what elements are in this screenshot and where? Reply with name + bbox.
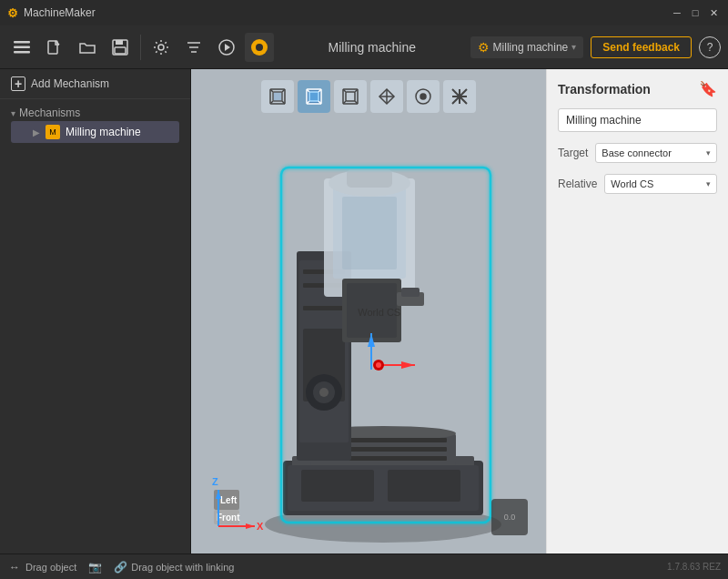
svg-rect-47 bbox=[388, 470, 460, 502]
tree-item-label: Milling machine bbox=[66, 126, 141, 138]
tree-section: ▾ Mechanisms ▶ M Milling machine bbox=[0, 99, 190, 148]
toolbar-right: ⚙ Milling machine ▾ Send feedback ? bbox=[470, 36, 721, 58]
toolbar: Milling machine ⚙ Milling machine ▾ Send… bbox=[0, 25, 728, 69]
cross-view-btn[interactable] bbox=[443, 80, 476, 113]
svg-rect-68 bbox=[347, 283, 397, 338]
filter-button[interactable] bbox=[179, 33, 208, 62]
svg-rect-2 bbox=[14, 51, 30, 54]
zoom-indicator: 0.0 bbox=[491, 499, 528, 535]
main-area: + Add Mechanism ▾ Mechanisms ▶ M Milling… bbox=[0, 69, 728, 554]
left-panel: + Add Mechanism ▾ Mechanisms ▶ M Milling… bbox=[0, 69, 191, 554]
drag-object-icon: ↔ bbox=[7, 560, 22, 574]
svg-rect-0 bbox=[14, 41, 30, 44]
svg-rect-22 bbox=[309, 92, 318, 101]
add-icon: + bbox=[11, 76, 25, 91]
menu-button[interactable] bbox=[7, 33, 36, 62]
relative-row: Relative World CS ▾ bbox=[558, 174, 717, 194]
svg-rect-28 bbox=[346, 92, 355, 101]
title-bar-left: ⚙ MachineMaker bbox=[7, 6, 96, 20]
svg-rect-1 bbox=[14, 46, 30, 48]
add-mechanism-button[interactable]: + Add Mechanism bbox=[0, 69, 190, 99]
machine-dropdown[interactable]: ⚙ Milling machine ▾ bbox=[470, 36, 584, 58]
drag-linking-icon: 🔗 bbox=[113, 560, 127, 574]
svg-point-74 bbox=[376, 362, 381, 368]
viewport[interactable]: World CS Left Front Z X 0.0 bbox=[191, 69, 546, 554]
circle-view-btn[interactable] bbox=[407, 80, 440, 113]
target-dropdown[interactable]: Base connector ▾ bbox=[595, 143, 717, 163]
close-button[interactable]: ✕ bbox=[706, 5, 721, 20]
machine-3d-model bbox=[238, 124, 529, 554]
mechanisms-label: Mechanisms bbox=[19, 107, 80, 119]
machine-dropdown-label: Milling machine bbox=[493, 41, 569, 54]
wireframe-view-btn[interactable] bbox=[334, 80, 367, 113]
svg-rect-5 bbox=[116, 40, 123, 45]
settings-button[interactable] bbox=[147, 33, 176, 62]
mechanisms-header[interactable]: ▾ Mechanisms bbox=[11, 105, 179, 121]
tree-item-icon: M bbox=[46, 125, 60, 139]
status-drag-linking[interactable]: 🔗 Drag object with linking bbox=[113, 560, 234, 574]
svg-text:Z: Z bbox=[212, 476, 218, 487]
send-feedback-button[interactable]: Send feedback bbox=[591, 36, 692, 58]
svg-rect-16 bbox=[273, 92, 282, 101]
svg-rect-6 bbox=[115, 47, 126, 54]
status-camera[interactable]: 📷 bbox=[87, 560, 102, 574]
title-bar-controls: ─ □ ✕ bbox=[670, 5, 721, 20]
status-drag-object[interactable]: ↔ Drag object bbox=[7, 560, 76, 574]
new-button[interactable] bbox=[40, 33, 69, 62]
shaded-view-btn[interactable] bbox=[298, 80, 330, 113]
svg-marker-86 bbox=[246, 523, 255, 529]
separator-1 bbox=[140, 35, 141, 60]
relative-dropdown-arrow: ▾ bbox=[706, 179, 711, 188]
right-panel: Transformation 🔖 Target Base connector ▾… bbox=[546, 69, 728, 554]
svg-marker-72 bbox=[401, 361, 415, 369]
panel-header: Transformation 🔖 bbox=[558, 80, 717, 97]
svg-point-7 bbox=[158, 45, 164, 50]
app-title: MachineMaker bbox=[24, 6, 96, 19]
status-bar: ↔ Drag object 📷 🔗 Drag object with linki… bbox=[0, 554, 728, 579]
mechanisms-tree: ▾ Mechanisms ▶ M Milling machine bbox=[0, 99, 190, 554]
svg-rect-76 bbox=[401, 288, 420, 297]
target-label: Target bbox=[558, 147, 588, 159]
relative-label: Relative bbox=[558, 178, 597, 190]
svg-rect-57 bbox=[303, 306, 345, 310]
target-row: Target Base connector ▾ bbox=[558, 143, 717, 163]
svg-text:Front: Front bbox=[217, 513, 240, 523]
app-logo: ⚙ bbox=[7, 6, 18, 20]
drag-linking-label: Drag object with linking bbox=[131, 562, 234, 573]
svg-text:Left: Left bbox=[220, 495, 238, 505]
add-mechanism-label: Add Mechanism bbox=[31, 77, 109, 90]
minimize-button[interactable]: ─ bbox=[670, 5, 684, 20]
diamond-view-btn[interactable] bbox=[370, 80, 403, 113]
drag-object-label: Drag object bbox=[25, 562, 76, 573]
play-button[interactable] bbox=[212, 33, 241, 62]
svg-rect-46 bbox=[301, 470, 374, 502]
svg-rect-64 bbox=[342, 197, 397, 269]
camera-icon: 📷 bbox=[87, 560, 102, 574]
maximize-button[interactable]: □ bbox=[688, 5, 703, 20]
svg-point-61 bbox=[319, 388, 329, 397]
save-button[interactable] bbox=[106, 33, 135, 62]
target-value: Base connector bbox=[602, 147, 671, 158]
name-input[interactable] bbox=[558, 108, 717, 132]
zoom-value: 0.0 bbox=[504, 513, 516, 522]
perspective-view-btn[interactable] bbox=[261, 80, 294, 113]
active-tool-button[interactable] bbox=[245, 33, 274, 62]
tree-collapse-arrow: ▾ bbox=[11, 108, 15, 118]
view-toolbar bbox=[261, 80, 476, 113]
bookmark-icon[interactable]: 🔖 bbox=[699, 80, 717, 97]
status-version: 1.7.8.63 REZ bbox=[667, 562, 721, 572]
svg-marker-12 bbox=[225, 44, 230, 51]
svg-point-14 bbox=[256, 44, 263, 51]
help-button[interactable]: ? bbox=[699, 36, 721, 58]
target-dropdown-arrow: ▾ bbox=[706, 148, 711, 157]
svg-point-37 bbox=[420, 94, 426, 99]
tree-item-milling-machine[interactable]: ▶ M Milling machine bbox=[11, 121, 179, 143]
tree-item-arrow: ▶ bbox=[33, 127, 40, 137]
axis-widget: Left Front Z X bbox=[209, 472, 273, 535]
svg-text:X: X bbox=[257, 521, 264, 532]
title-bar: ⚙ MachineMaker ─ □ ✕ bbox=[0, 0, 728, 25]
relative-dropdown[interactable]: World CS ▾ bbox=[604, 174, 717, 194]
open-button[interactable] bbox=[73, 33, 102, 62]
toolbar-title: Milling machine bbox=[278, 40, 467, 55]
panel-title: Transformation bbox=[558, 82, 651, 96]
